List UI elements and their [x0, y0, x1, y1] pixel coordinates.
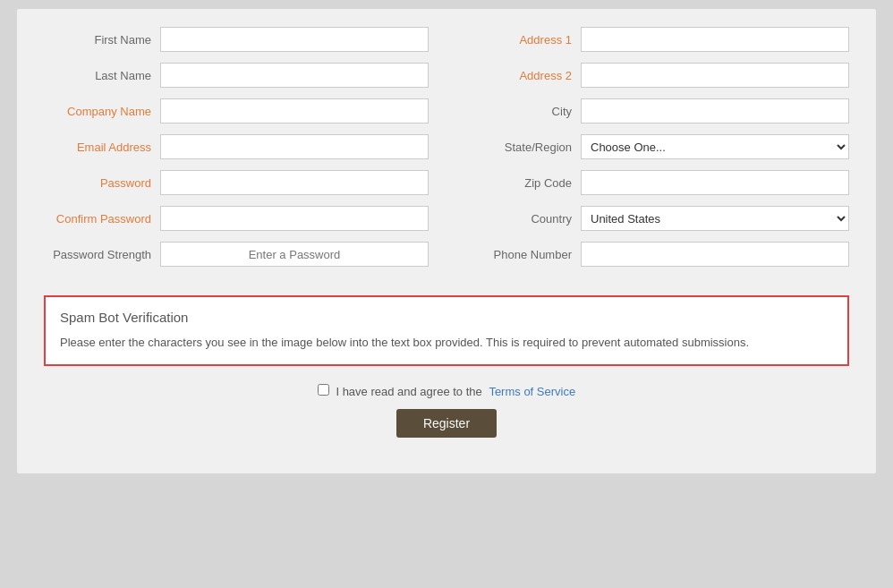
- label-city: City: [464, 105, 581, 118]
- label-last-name: Last Name: [44, 69, 160, 82]
- label-country: Country: [464, 212, 581, 226]
- spam-title: Spam Bot Verification: [60, 310, 833, 325]
- label-phone-number: Phone Number: [464, 248, 581, 261]
- left-row-first-name: First Name: [44, 27, 429, 52]
- label-company-name: Company Name: [44, 105, 160, 118]
- select-country[interactable]: United StatesCanadaUnited KingdomAustral…: [581, 206, 849, 231]
- register-button[interactable]: Register: [396, 409, 497, 438]
- label-password: Password: [44, 176, 160, 190]
- input-address1[interactable]: [581, 27, 849, 52]
- terms-checkbox[interactable]: [318, 384, 329, 396]
- right-row-state-region: State/RegionChoose One...AlabamaCaliforn…: [464, 134, 849, 159]
- terms-link[interactable]: Terms of Service: [489, 385, 575, 398]
- right-row-address1: Address 1: [464, 27, 849, 52]
- left-row-confirm-password: Confirm Password: [44, 206, 429, 231]
- input-city[interactable]: [581, 98, 849, 124]
- register-btn-row: Register: [44, 409, 849, 438]
- label-confirm-password: Confirm Password: [44, 212, 160, 226]
- left-row-email-address: Email Address: [44, 134, 429, 159]
- registration-form: First NameLast NameCompany NameEmail Add…: [17, 9, 876, 473]
- form-grid: First NameLast NameCompany NameEmail Add…: [44, 27, 849, 277]
- input-email-address[interactable]: [160, 134, 429, 159]
- label-zip-code: Zip Code: [464, 176, 581, 190]
- terms-row: I have read and agree to the Terms of Se…: [44, 384, 849, 398]
- left-column: First NameLast NameCompany NameEmail Add…: [44, 27, 429, 277]
- left-row-password: Password: [44, 170, 429, 195]
- spam-section: Spam Bot Verification Please enter the c…: [44, 295, 849, 366]
- input-last-name[interactable]: [160, 63, 429, 88]
- right-row-zip-code: Zip Code: [464, 170, 849, 195]
- select-state-region[interactable]: Choose One...AlabamaCaliforniaNew YorkTe…: [581, 134, 849, 159]
- label-first-name: First Name: [44, 33, 160, 47]
- right-row-phone-number: Phone Number: [464, 242, 849, 267]
- label-password-strength: Password Strength: [44, 248, 160, 261]
- input-zip-code[interactable]: [581, 170, 849, 195]
- label-address2: Address 2: [464, 69, 581, 82]
- left-row-company-name: Company Name: [44, 98, 429, 124]
- input-password[interactable]: [160, 170, 429, 195]
- label-state-region: State/Region: [464, 141, 581, 154]
- spam-text: Please enter the characters you see in t…: [60, 334, 833, 352]
- input-password-strength[interactable]: [160, 242, 429, 267]
- terms-label: I have read and agree to the: [336, 385, 481, 398]
- right-column: Address 1Address 2CityState/RegionChoose…: [464, 27, 849, 277]
- left-row-last-name: Last Name: [44, 63, 429, 88]
- right-row-city: City: [464, 98, 849, 124]
- label-email-address: Email Address: [44, 141, 160, 154]
- label-address1: Address 1: [464, 33, 581, 47]
- input-confirm-password[interactable]: [160, 206, 429, 231]
- right-row-address2: Address 2: [464, 63, 849, 88]
- input-address2[interactable]: [581, 63, 849, 88]
- input-first-name[interactable]: [160, 27, 429, 52]
- left-row-password-strength: Password Strength: [44, 242, 429, 267]
- input-phone-number[interactable]: [581, 242, 849, 267]
- right-row-country: CountryUnited StatesCanadaUnited Kingdom…: [464, 206, 849, 231]
- input-company-name[interactable]: [160, 98, 429, 124]
